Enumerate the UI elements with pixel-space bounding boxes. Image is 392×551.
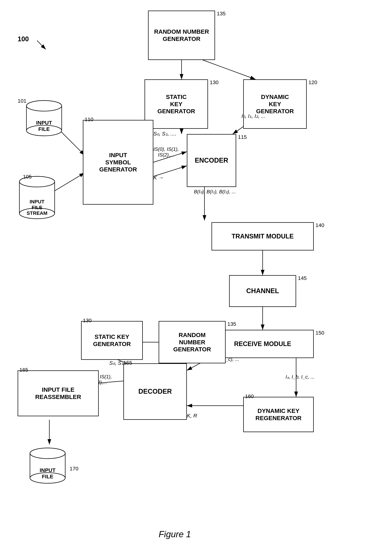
input-symbol-generator: INPUTSYMBOLGENERATOR	[83, 120, 153, 205]
receive-module-ref: 150	[315, 330, 324, 336]
random-number-generator-bottom: RANDOMNUMBERGENERATOR	[159, 321, 226, 363]
i0i1i2-label: I₀, I₁, I₂, ...	[241, 113, 266, 119]
dynamic-key-regenerator: DYNAMIC KEYREGENERATOR	[243, 397, 314, 432]
ifr-ref: 165	[19, 367, 28, 373]
decoder-ref: 155	[123, 360, 132, 366]
dynamic-key-generator: DYNAMICKEYGENERATOR	[243, 79, 307, 129]
b-encoded-label: B(I₀), B(I₁), B(I₂), ...	[194, 189, 236, 194]
transmit-module-ref: 140	[315, 222, 324, 228]
is-signals-label: IS(0), IS(1),IS(2),...	[153, 146, 179, 158]
isg-ref: 110	[85, 116, 93, 122]
dkg-ref: 120	[308, 79, 317, 85]
rng-top-ref: 135	[217, 11, 226, 17]
channel: CHANNEL	[229, 275, 296, 307]
rng-bottom-ref: 135	[227, 321, 236, 327]
encoder: ENCODER	[187, 134, 236, 187]
decoder: DECODER	[123, 363, 187, 420]
svg-point-24	[27, 100, 62, 111]
static-key-generator-top: STATICKEYGENERATOR	[145, 79, 208, 129]
input-file-bottom-label: INPUTFILE	[28, 467, 67, 480]
static-key-generator-bottom: STATIC KEYGENERATOR	[81, 321, 143, 360]
diagram-container: 100 RANDOM NUMBER GENERATOR 135 STATICKE…	[0, 0, 392, 551]
receive-module: RECEIVE MODULE	[211, 330, 314, 358]
random-number-generator-top: RANDOM NUMBER GENERATOR	[148, 11, 215, 60]
input-file-stream-ref: 105	[23, 174, 32, 180]
input-file-stream-label: INPUTFILESTREAM	[18, 199, 56, 216]
kr-label: K, R	[187, 413, 197, 419]
k-label: K →	[153, 175, 164, 181]
svg-point-32	[30, 448, 65, 458]
encoder-ref: 115	[238, 134, 247, 140]
transmit-module: TRANSMIT MODULE	[211, 222, 314, 250]
input-file-stream: INPUTFILESTREAM	[18, 175, 56, 221]
ia-ib-ic-label: Iₐ, I_b, I_c, ...	[286, 374, 315, 380]
input-file-reassembler: INPUT FILEREASSEMBLER	[18, 370, 99, 416]
ref-arrow	[35, 39, 49, 53]
svg-line-2	[203, 60, 256, 79]
diagram-ref: 100	[18, 35, 29, 43]
input-file-bottom: INPUTFILE	[28, 446, 67, 485]
input-file-top-ref: 101	[18, 98, 27, 104]
svg-line-19	[37, 41, 46, 49]
s0s1-label-top: S₀, S₁, ....	[153, 130, 176, 137]
dkr-ref: 160	[245, 393, 254, 399]
input-file-top: INPUTFILE	[25, 99, 63, 138]
input-file-bottom-ref: 170	[70, 466, 78, 472]
channel-ref: 145	[298, 275, 307, 281]
figure-label: Figure 1	[159, 529, 191, 539]
input-file-top-label: INPUTFILE	[25, 120, 63, 132]
skg-top-ref: 130	[210, 79, 218, 85]
skg-bottom-ref: 130	[83, 317, 92, 323]
